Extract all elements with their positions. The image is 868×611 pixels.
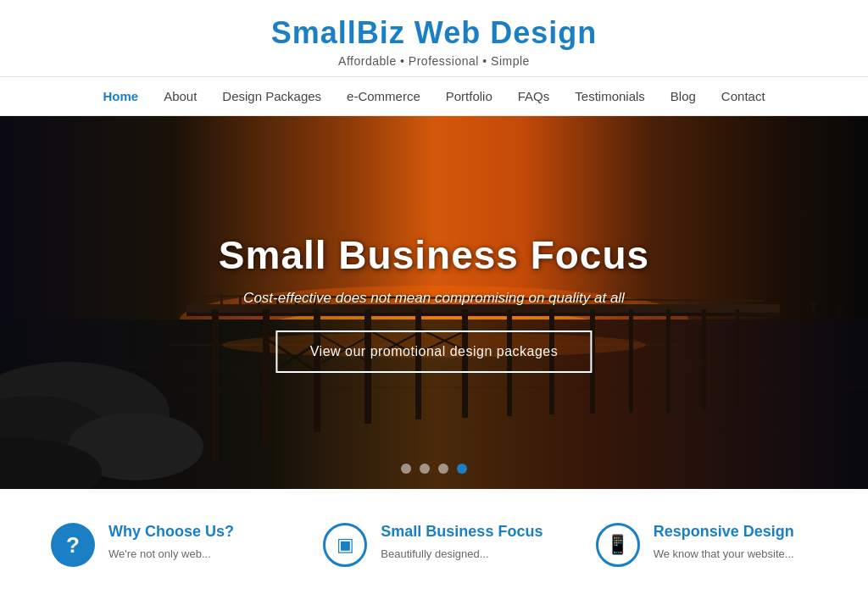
slider-dot-2[interactable] (420, 464, 430, 474)
main-nav: Home About Design Packages e-Commerce Po… (0, 77, 868, 116)
square-icon: ▣ (337, 534, 354, 556)
nav-portfolio[interactable]: Portfolio (446, 89, 492, 103)
site-subtitle: Affordable • Professional • Simple (0, 54, 868, 68)
nav-blog[interactable]: Blog (670, 89, 696, 103)
header: SmallBiz Web Design Affordable • Profess… (0, 0, 868, 77)
hero-slider: Small Business Focus Cost-effective does… (0, 116, 868, 489)
why-choose-icon: ? (51, 523, 95, 567)
slider-dot-3[interactable] (438, 464, 448, 474)
card-responsive-design: 📱 Responsive Design We know that your we… (596, 523, 817, 567)
card-1-content: Why Choose Us? We're not only web... (108, 523, 234, 563)
nav-testimonials[interactable]: Testimonials (575, 89, 645, 103)
slider-dots (401, 464, 467, 474)
hero-title: Small Business Focus (86, 232, 781, 278)
card-3-text: We know that your website... (654, 546, 794, 563)
hero-cta-button[interactable]: View our promotional design packages (276, 330, 593, 373)
card-3-title: Responsive Design (654, 523, 794, 541)
nav-home[interactable]: Home (103, 89, 138, 103)
card-small-business: ▣ Small Business Focus Beautifully desig… (323, 523, 544, 567)
card-3-content: Responsive Design We know that your webs… (654, 523, 794, 563)
nav-about[interactable]: About (164, 89, 197, 103)
slider-dot-1[interactable] (401, 464, 411, 474)
card-2-text: Beautifully designed... (381, 546, 542, 563)
slider-dot-4[interactable] (457, 464, 467, 474)
hero-content: Small Business Focus Cost-effective does… (86, 232, 781, 373)
card-1-title: Why Choose Us? (108, 523, 234, 541)
nav-contact[interactable]: Contact (721, 89, 765, 103)
mobile-icon: 📱 (606, 534, 629, 556)
feature-cards: ? Why Choose Us? We're not only web... ▣… (0, 489, 868, 592)
nav-design-packages[interactable]: Design Packages (222, 89, 321, 103)
nav-faqs[interactable]: FAQs (518, 89, 550, 103)
hero-subtitle: Cost-effective does not mean compromisin… (86, 290, 781, 307)
nav-ecommerce[interactable]: e-Commerce (347, 89, 420, 103)
small-business-icon: ▣ (323, 523, 367, 567)
site-title: SmallBiz Web Design (0, 15, 868, 51)
card-why-choose-us: ? Why Choose Us? We're not only web... (51, 523, 272, 567)
card-2-content: Small Business Focus Beautifully designe… (381, 523, 542, 563)
question-mark-icon: ? (66, 532, 80, 558)
card-2-title: Small Business Focus (381, 523, 542, 541)
card-1-text: We're not only web... (108, 546, 234, 563)
responsive-icon: 📱 (596, 523, 640, 567)
